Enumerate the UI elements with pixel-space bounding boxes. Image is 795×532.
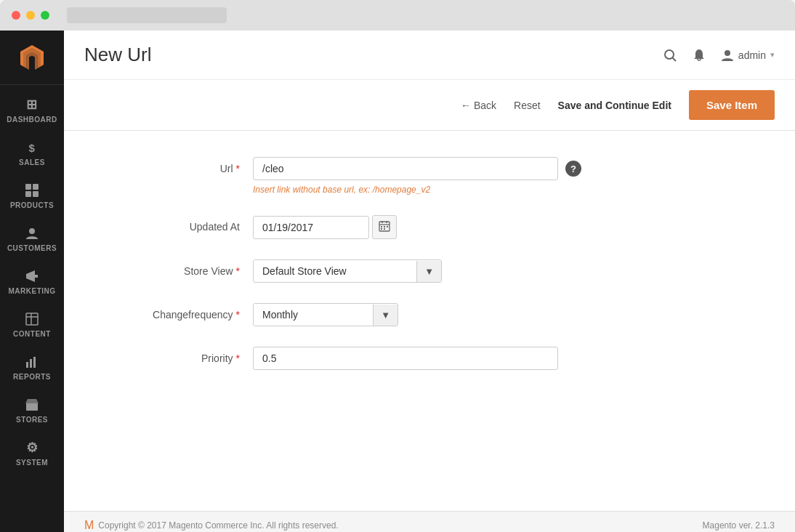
store-view-form-row: Store View* Default Store View Main Webs… (108, 259, 733, 283)
svg-point-4 (29, 228, 35, 234)
changefreq-dropdown-arrow[interactable]: ▼ (373, 305, 398, 326)
sidebar-item-sales[interactable]: $ SALES (0, 131, 64, 174)
sidebar-label-system: SYSTEM (16, 459, 48, 467)
dashboard-icon: ⊞ (24, 97, 40, 113)
stores-icon (24, 397, 40, 413)
url-input-row: ? (253, 157, 733, 180)
changefreq-select-wrap: Always Hourly Daily Weekly Monthly Yearl… (253, 303, 398, 326)
priority-label: Priority* (108, 347, 253, 364)
priority-input[interactable] (253, 347, 558, 370)
sidebar-label-sales: SALES (19, 158, 45, 166)
url-help-icon[interactable]: ? (565, 161, 581, 177)
url-required-star: * (236, 163, 240, 174)
url-label: Url* (108, 157, 253, 174)
admin-user-menu[interactable]: admin ▾ (721, 49, 775, 62)
footer-version: Magento ver. 2.1.3 (703, 520, 775, 531)
sidebar-item-customers[interactable]: CUSTOMERS (0, 217, 64, 259)
sidebar-label-marketing: MARKETING (8, 287, 55, 295)
changefreq-form-row: Changefrequency* Always Hourly Daily Wee… (108, 303, 733, 326)
marketing-icon (24, 268, 40, 284)
window-minimize-dot[interactable] (26, 11, 35, 20)
window-close-dot[interactable] (12, 11, 20, 20)
store-view-dropdown-arrow[interactable]: ▼ (416, 261, 441, 282)
svg-rect-3 (33, 191, 39, 197)
sidebar-label-reports: REPORTS (13, 373, 51, 381)
changefreq-label: Changefrequency* (108, 303, 253, 321)
main-content: New Url (64, 31, 795, 532)
store-view-select[interactable]: Default Store View Main Website Store En… (254, 260, 416, 282)
sidebar-label-products: PRODUCTS (10, 201, 54, 209)
action-bar: ← Back Reset Save and Continue Edit Save… (64, 80, 795, 131)
sidebar-label-content: CONTENT (13, 330, 51, 338)
sidebar-item-stores[interactable]: STORES (0, 388, 64, 431)
sidebar-item-content[interactable]: CONTENT (0, 302, 64, 345)
updated-at-control-wrap (253, 215, 733, 239)
svg-rect-6 (26, 313, 38, 325)
date-input-wrap (253, 215, 733, 239)
sidebar-label-stores: STORES (16, 416, 48, 424)
sidebar-logo (0, 31, 64, 85)
priority-form-row: Priority* (108, 347, 733, 370)
admin-username: admin (738, 49, 766, 61)
magento-logo-icon (17, 44, 47, 73)
changefreq-select[interactable]: Always Hourly Daily Weekly Monthly Yearl… (254, 304, 373, 326)
reset-button[interactable]: Reset (514, 100, 541, 111)
customers-icon (24, 225, 40, 241)
changefreq-control-wrap: Always Hourly Daily Weekly Monthly Yearl… (253, 303, 733, 326)
updated-at-label: Updated At (108, 215, 253, 233)
notifications-button[interactable] (692, 48, 706, 63)
updated-at-input[interactable] (253, 216, 369, 239)
search-button[interactable] (663, 48, 677, 63)
url-hint-text: Insert link without base url, ex: /homep… (253, 185, 733, 195)
url-form-row: Url* ? Insert link without base url, ex:… (108, 157, 733, 195)
priority-required-star: * (236, 352, 240, 364)
changefreq-required-star: * (236, 309, 240, 321)
svg-point-14 (665, 50, 674, 59)
search-icon (663, 48, 677, 63)
calendar-button[interactable] (372, 215, 397, 239)
save-continue-button[interactable]: Save and Continue Edit (558, 100, 671, 111)
url-control-wrap: ? Insert link without base url, ex: /hom… (253, 157, 733, 195)
save-item-button[interactable]: Save Item (689, 90, 775, 120)
svg-rect-21 (381, 226, 382, 227)
svg-rect-22 (384, 226, 385, 227)
sidebar-item-reports[interactable]: REPORTS (0, 345, 64, 388)
footer-copyright: Copyright © 2017 Magento Commerce Inc. A… (98, 520, 338, 531)
bell-icon (692, 48, 706, 63)
sidebar: ⊞ DASHBOARD $ SALES PRODUCTS (0, 31, 64, 532)
sidebar-item-dashboard[interactable]: ⊞ DASHBOARD (0, 88, 64, 131)
svg-rect-1 (33, 184, 39, 190)
top-header: New Url (64, 31, 795, 80)
app-footer: M Copyright © 2017 Magento Commerce Inc.… (64, 511, 795, 532)
system-icon: ⚙ (24, 440, 40, 456)
sidebar-label-customers: CUSTOMERS (7, 244, 57, 252)
products-icon (24, 182, 40, 198)
updated-at-form-row: Updated At (108, 215, 733, 239)
sidebar-item-products[interactable]: PRODUCTS (0, 174, 64, 217)
page-title: New Url (84, 44, 151, 66)
url-input[interactable] (253, 157, 558, 180)
window-chrome (0, 0, 795, 31)
store-view-required-star: * (236, 265, 240, 277)
browser-url-bar[interactable] (67, 7, 227, 23)
svg-rect-11 (33, 357, 36, 368)
calendar-icon (379, 220, 390, 232)
user-avatar-icon (721, 49, 734, 62)
content-icon (24, 311, 40, 327)
back-button[interactable]: ← Back (461, 100, 496, 111)
svg-line-15 (672, 57, 676, 61)
svg-rect-5 (35, 275, 38, 278)
sidebar-item-marketing[interactable]: MARKETING (0, 259, 64, 302)
svg-rect-25 (384, 228, 385, 230)
window-maximize-dot[interactable] (41, 11, 49, 20)
store-view-control-wrap: Default Store View Main Website Store En… (253, 259, 733, 283)
sidebar-navigation: ⊞ DASHBOARD $ SALES PRODUCTS (0, 85, 64, 474)
svg-rect-10 (30, 359, 32, 368)
sidebar-item-system[interactable]: ⚙ SYSTEM (0, 431, 64, 474)
app-container: ⊞ DASHBOARD $ SALES PRODUCTS (0, 31, 795, 532)
priority-control-wrap (253, 347, 733, 370)
store-view-label: Store View* (108, 259, 253, 277)
admin-caret-icon: ▾ (770, 50, 775, 60)
svg-rect-2 (25, 191, 31, 197)
footer-logo: M Copyright © 2017 Magento Commerce Inc.… (84, 519, 339, 532)
